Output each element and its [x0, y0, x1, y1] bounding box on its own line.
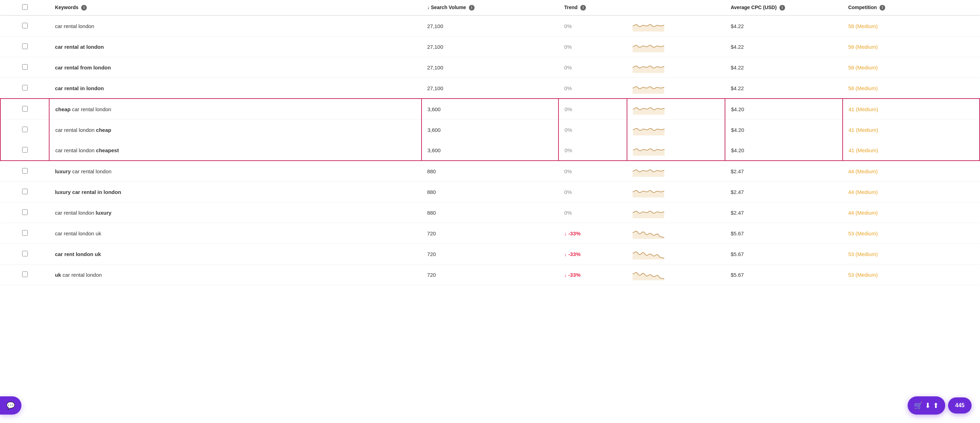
- table-row: car rent london uk 720 ↓ -33% $5.67 53 (…: [0, 244, 980, 265]
- trend-info-icon[interactable]: i: [580, 5, 586, 11]
- row-checkbox[interactable]: [22, 230, 28, 236]
- competition-value: 58 (Medium): [848, 23, 878, 29]
- row-checkbox[interactable]: [22, 251, 28, 257]
- search-volume-value: 27,100: [427, 23, 443, 29]
- row-checkbox-cell[interactable]: [0, 98, 49, 120]
- header-trend[interactable]: Trend i: [558, 0, 627, 16]
- keywords-table: Keywords i ↓ Search Volume i Trend i Ave…: [0, 0, 980, 285]
- table-row: car rental london luxury 880 0% $2.47 44…: [0, 203, 980, 223]
- row-checkbox-cell[interactable]: [0, 203, 49, 223]
- trend-chart-cell: [627, 265, 725, 285]
- keywords-info-icon[interactable]: i: [81, 5, 87, 11]
- header-competition-label: Competition: [848, 5, 877, 10]
- search-volume-value: 880: [427, 189, 436, 195]
- search-volume-value: 720: [427, 230, 436, 236]
- cpc-cell: $4.22: [725, 78, 843, 99]
- row-checkbox[interactable]: [22, 189, 28, 194]
- cpc-value: $5.67: [730, 272, 744, 278]
- cpc-cell: $2.47: [725, 161, 843, 182]
- row-checkbox[interactable]: [22, 209, 28, 215]
- header-volume-label: ↓ Search Volume: [427, 5, 466, 10]
- cpc-value: $4.22: [730, 85, 744, 91]
- cpc-info-icon[interactable]: i: [780, 5, 785, 11]
- row-checkbox-cell[interactable]: [0, 182, 49, 203]
- row-checkbox-cell[interactable]: [0, 244, 49, 265]
- row-checkbox-cell[interactable]: [0, 78, 49, 99]
- trend-chart-cell: [627, 223, 725, 244]
- table-row: cheap car rental london 3,600 0% $4.20 4…: [0, 98, 980, 120]
- sparkline: [633, 62, 719, 73]
- trend-arrow-down-icon: ↓: [564, 230, 567, 236]
- row-checkbox[interactable]: [22, 106, 28, 111]
- keyword-bold-part: cheap: [96, 127, 111, 133]
- row-checkbox[interactable]: [22, 147, 28, 152]
- trend-value: 0%: [564, 168, 572, 174]
- search-volume-value: 3,600: [428, 127, 441, 133]
- row-checkbox-cell[interactable]: [0, 161, 49, 182]
- table-row: car rental london cheapest 3,600 0% $4.2…: [0, 140, 980, 161]
- search-volume-cell: 720: [422, 223, 558, 244]
- competition-value: 53 (Medium): [848, 272, 878, 278]
- header-search-volume[interactable]: ↓ Search Volume i: [422, 0, 558, 16]
- trend-pct-cell: ↓ -33%: [558, 223, 627, 244]
- row-checkbox-cell[interactable]: [0, 36, 49, 57]
- row-checkbox-cell[interactable]: [0, 57, 49, 78]
- sparkline: [633, 228, 719, 239]
- cpc-value: $4.20: [731, 127, 744, 133]
- row-checkbox-cell[interactable]: [0, 265, 49, 285]
- row-checkbox[interactable]: [22, 271, 28, 277]
- keyword-normal-part: car rental london: [61, 272, 102, 278]
- trend-value: 0%: [564, 210, 572, 216]
- competition-cell: 58 (Medium): [843, 36, 980, 57]
- row-checkbox[interactable]: [22, 127, 28, 132]
- competition-value: 41 (Medium): [849, 106, 878, 112]
- competition-info-icon[interactable]: i: [880, 5, 885, 11]
- sparkline: [633, 144, 719, 156]
- header-competition[interactable]: Competition i: [843, 0, 980, 16]
- trend-chart-cell: [627, 16, 725, 36]
- competition-cell: 58 (Medium): [843, 78, 980, 99]
- row-checkbox-cell[interactable]: [0, 120, 49, 140]
- header-keywords[interactable]: Keywords i: [49, 0, 421, 16]
- trend-pct-cell: ↓ -33%: [558, 265, 627, 285]
- trend-pct-cell: 0%: [558, 161, 627, 182]
- search-volume-value: 880: [427, 168, 436, 174]
- keyword-bold-part: car rental in london: [55, 85, 103, 91]
- keyword-bold-part: luxury: [55, 168, 71, 174]
- cpc-cell: $4.20: [725, 98, 843, 120]
- cpc-value: $4.20: [731, 106, 744, 112]
- row-checkbox[interactable]: [22, 43, 28, 49]
- trend-value: 0%: [564, 189, 572, 195]
- keyword-bold-part: luxury car rental in london: [55, 189, 121, 195]
- header-avg-cpc[interactable]: Average CPC (USD) i: [725, 0, 843, 16]
- competition-cell: 41 (Medium): [843, 98, 980, 120]
- competition-cell: 41 (Medium): [843, 140, 980, 161]
- cpc-value: $4.20: [731, 147, 744, 153]
- sparkline: [633, 124, 719, 135]
- keyword-cell: car rental london luxury: [49, 203, 421, 223]
- sparkline: [633, 103, 719, 115]
- row-checkbox-cell[interactable]: [0, 223, 49, 244]
- row-checkbox-cell[interactable]: [0, 140, 49, 161]
- sparkline: [633, 41, 719, 52]
- trend-chart-cell: [627, 78, 725, 99]
- table-row: luxury car rental london 880 0% $2.47 44…: [0, 161, 980, 182]
- trend-chart-cell: [627, 140, 725, 161]
- trend-value: ↓ -33%: [564, 230, 581, 236]
- row-checkbox[interactable]: [22, 23, 28, 29]
- trend-value: 0%: [564, 85, 572, 91]
- keyword-cell: car rental london cheap: [49, 120, 421, 140]
- volume-info-icon[interactable]: i: [469, 5, 474, 11]
- row-checkbox-cell[interactable]: [0, 16, 49, 36]
- select-all-checkbox[interactable]: [22, 4, 28, 10]
- keyword-normal-part: car rental london uk: [55, 230, 101, 236]
- header-checkbox-cell[interactable]: [0, 0, 49, 16]
- row-checkbox[interactable]: [22, 168, 28, 174]
- trend-value: 0%: [565, 106, 572, 112]
- row-checkbox[interactable]: [22, 64, 28, 70]
- trend-pct-cell: 0%: [558, 182, 627, 203]
- cpc-cell: $2.47: [725, 182, 843, 203]
- search-volume-cell: 27,100: [422, 78, 558, 99]
- trend-chart-cell: [627, 98, 725, 120]
- row-checkbox[interactable]: [22, 85, 28, 90]
